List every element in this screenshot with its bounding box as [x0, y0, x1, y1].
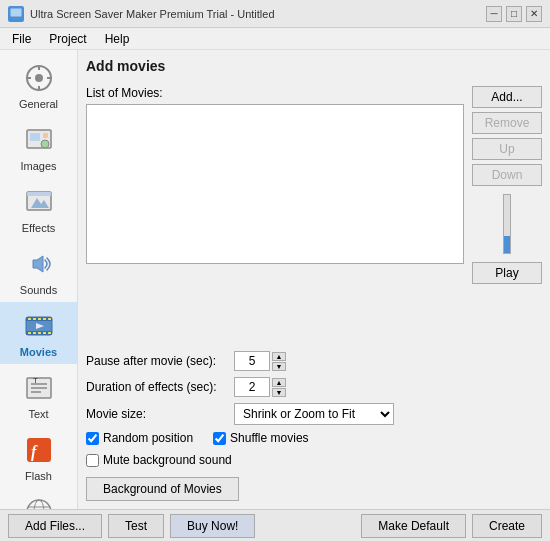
pause-label: Pause after movie (sec): — [86, 354, 226, 368]
general-icon — [21, 60, 57, 96]
svg-text:T: T — [33, 376, 38, 385]
duration-row: Duration of effects (sec): ▲ ▼ — [86, 377, 542, 397]
svg-rect-10 — [30, 133, 40, 141]
close-button[interactable]: ✕ — [526, 6, 542, 22]
movies-list-section: List of Movies: — [86, 86, 464, 343]
progress-indicator — [503, 194, 511, 254]
svg-rect-19 — [28, 318, 31, 320]
down-button[interactable]: Down — [472, 164, 542, 186]
sidebar-item-text[interactable]: T Text — [0, 364, 77, 426]
test-button[interactable]: Test — [108, 514, 164, 538]
maximize-button[interactable]: □ — [506, 6, 522, 22]
menu-help[interactable]: Help — [97, 30, 138, 48]
sidebar-label-movies: Movies — [20, 346, 57, 358]
svg-point-12 — [41, 140, 49, 148]
sidebar-item-flash[interactable]: f Flash — [0, 426, 77, 488]
bg-movies-button[interactable]: Background of Movies — [86, 477, 239, 501]
sidebar-item-sounds[interactable]: Sounds — [0, 240, 77, 302]
svg-rect-25 — [33, 332, 36, 334]
svg-rect-11 — [43, 133, 48, 138]
svg-point-38 — [34, 500, 44, 509]
main-layout: General Images Effects — [0, 50, 550, 509]
images-icon — [21, 122, 57, 158]
pause-up-arrow[interactable]: ▲ — [272, 352, 286, 361]
mute-background-checkbox[interactable] — [86, 454, 99, 467]
menu-project[interactable]: Project — [41, 30, 94, 48]
random-position-label[interactable]: Random position — [103, 431, 193, 445]
sidebar-item-web[interactable]: Web — [0, 488, 77, 509]
add-files-button[interactable]: Add Files... — [8, 514, 102, 538]
duration-spinner: ▲ ▼ — [234, 377, 286, 397]
random-position-checkbox[interactable] — [86, 432, 99, 445]
content-area: Add movies List of Movies: Add... Remove… — [78, 50, 550, 509]
movie-size-row: Movie size: Shrink or Zoom to Fit Stretc… — [86, 403, 542, 425]
duration-down-arrow[interactable]: ▼ — [272, 388, 286, 397]
mute-background-label[interactable]: Mute background sound — [103, 453, 232, 467]
play-button[interactable]: Play — [472, 262, 542, 284]
movies-icon — [21, 308, 57, 344]
movie-size-label: Movie size: — [86, 407, 226, 421]
side-buttons: Add... Remove Up Down Play — [472, 86, 542, 343]
svg-rect-24 — [28, 332, 31, 334]
movie-size-select[interactable]: Shrink or Zoom to Fit Stretch to Fit Ori… — [234, 403, 394, 425]
effects-icon — [21, 184, 57, 220]
up-button[interactable]: Up — [472, 138, 542, 160]
pause-arrows: ▲ ▼ — [272, 352, 286, 371]
pause-spinner: ▲ ▼ — [234, 351, 286, 371]
svg-rect-27 — [43, 332, 46, 334]
sidebar-item-effects[interactable]: Effects — [0, 178, 77, 240]
pause-row: Pause after movie (sec): ▲ ▼ — [86, 351, 542, 371]
mute-background-row: Mute background sound — [86, 453, 542, 467]
svg-rect-28 — [48, 332, 51, 334]
shuffle-movies-label[interactable]: Shuffle movies — [230, 431, 309, 445]
pause-down-arrow[interactable]: ▼ — [272, 362, 286, 371]
svg-rect-23 — [48, 318, 51, 320]
menu-bar: File Project Help — [0, 28, 550, 50]
shuffle-movies-row: Shuffle movies — [213, 431, 309, 445]
progress-fill — [504, 236, 510, 253]
bottom-left-buttons: Add Files... Test Buy Now! — [8, 514, 255, 538]
title-bar: Ultra Screen Saver Maker Premium Trial -… — [0, 0, 550, 28]
remove-button[interactable]: Remove — [472, 112, 542, 134]
web-icon — [21, 494, 57, 509]
bottom-bar: Add Files... Test Buy Now! Make Default … — [0, 509, 550, 541]
pause-input[interactable] — [234, 351, 270, 371]
svg-rect-0 — [10, 8, 22, 17]
sidebar-label-sounds: Sounds — [20, 284, 57, 296]
svg-rect-21 — [38, 318, 41, 320]
flash-icon: f — [21, 432, 57, 468]
sidebar-label-flash: Flash — [25, 470, 52, 482]
minimize-button[interactable]: ─ — [486, 6, 502, 22]
sidebar-item-images[interactable]: Images — [0, 116, 77, 178]
sidebar-item-general[interactable]: General — [0, 54, 77, 116]
create-button[interactable]: Create — [472, 514, 542, 538]
svg-rect-20 — [33, 318, 36, 320]
bottom-right-buttons: Make Default Create — [361, 514, 542, 538]
random-position-row: Random position — [86, 431, 193, 445]
options-area: Pause after movie (sec): ▲ ▼ Duration of… — [86, 343, 542, 501]
buy-now-button[interactable]: Buy Now! — [170, 514, 255, 538]
text-icon: T — [21, 370, 57, 406]
sidebar-label-general: General — [19, 98, 58, 110]
duration-label: Duration of effects (sec): — [86, 380, 226, 394]
svg-rect-26 — [38, 332, 41, 334]
panel-title: Add movies — [86, 58, 542, 78]
menu-file[interactable]: File — [4, 30, 39, 48]
duration-up-arrow[interactable]: ▲ — [272, 378, 286, 387]
sidebar-item-movies[interactable]: Movies — [0, 302, 77, 364]
window-controls[interactable]: ─ □ ✕ — [486, 6, 542, 22]
svg-rect-22 — [43, 318, 46, 320]
add-button[interactable]: Add... — [472, 86, 542, 108]
movies-list-box[interactable] — [86, 104, 464, 264]
svg-point-4 — [35, 74, 43, 82]
sidebar: General Images Effects — [0, 50, 78, 509]
svg-point-37 — [27, 500, 51, 509]
shuffle-movies-checkbox[interactable] — [213, 432, 226, 445]
list-label: List of Movies: — [86, 86, 464, 100]
duration-input[interactable] — [234, 377, 270, 397]
sidebar-label-effects: Effects — [22, 222, 55, 234]
window-title: Ultra Screen Saver Maker Premium Trial -… — [30, 8, 275, 20]
make-default-button[interactable]: Make Default — [361, 514, 466, 538]
sounds-icon — [21, 246, 57, 282]
panel-inner: List of Movies: Add... Remove Up Down Pl… — [86, 86, 542, 343]
